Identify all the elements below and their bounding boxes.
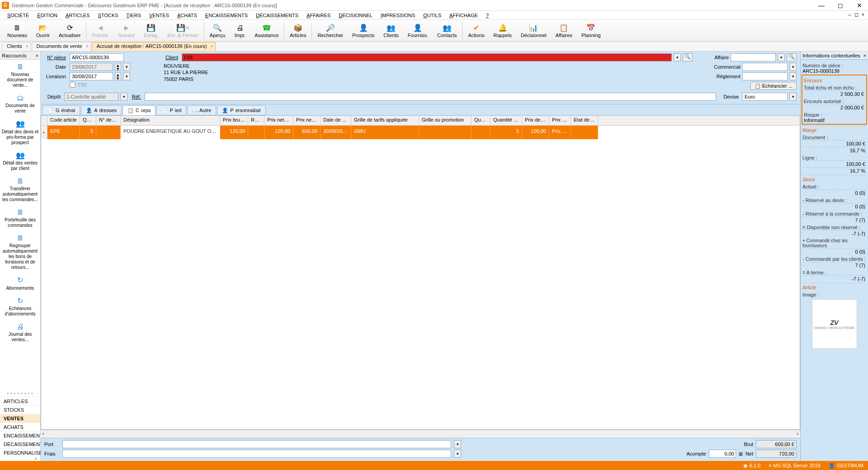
cell[interactable]: 5 [80,126,96,139]
cell[interactable]: 5 [491,126,522,139]
col-header[interactable]: N° de lot 1 [96,116,121,125]
date-input[interactable] [70,63,113,71]
frais-dropdown[interactable]: ▾ [454,450,461,458]
tb-rechercher[interactable]: 🔎Rechercher [313,23,348,39]
echeancier-button[interactable]: 📋 Échéancier ... [750,82,797,90]
category-ventes[interactable]: VENTES [0,414,40,423]
livraison-spinner[interactable]: ▴▾ [115,72,121,80]
acompte-input[interactable] [709,450,736,458]
date-spinner[interactable]: ▴▾ [115,63,121,71]
devise-dropdown[interactable]: ▾ [789,93,797,101]
ttc-checkbox[interactable] [70,82,75,88]
tb-enrfermer[interactable]: 💾×Enr. & Fermer [163,23,203,39]
maximize-button[interactable]: ◻ [834,2,847,9]
cell[interactable] [419,126,472,139]
category-encaissements[interactable]: ENCAISSEMENTS [0,431,40,440]
menu-tiers[interactable]: TIERS [123,12,145,19]
sidebar-close-icon[interactable]: × [36,53,38,58]
menu-encaissements[interactable]: ENCAISSEMENTS [202,12,251,19]
shortcut-item[interactable]: 🗎Transférer automatiquement les commande… [0,174,40,205]
category-articles[interactable]: ARTICLES [0,397,40,405]
client-field[interactable]: C01 [182,53,672,61]
cell[interactable]: EPE [47,126,80,139]
close-button[interactable]: ✕ [853,2,866,9]
npiece-input[interactable] [70,53,124,61]
menu-?[interactable]: ? [482,12,492,19]
shortcut-item[interactable]: 🖨Journal des ventes... [0,320,40,345]
cell[interactable]: 100,00 [522,126,549,139]
cell[interactable] [472,126,491,139]
category-décaissements[interactable]: DÉCAISSEMENTS [0,440,40,448]
menu-société[interactable]: SOCIÉTÉ [4,12,33,19]
depot-input[interactable] [64,93,118,101]
col-header[interactable]: Prix brut un... [220,116,248,125]
tb-fourniss[interactable]: 👤Fourniss. [403,23,433,39]
affaire-search-icon[interactable]: 🔍 [787,53,797,61]
col-header[interactable]: Quan... [472,116,491,125]
cell[interactable] [96,126,121,139]
col-header[interactable]: Etat de la c... [571,116,598,125]
grid-hscroll[interactable] [41,430,800,438]
date-dropdown[interactable]: ▾ [123,63,130,71]
subtab-autre[interactable]: ... Autre [187,105,216,115]
tab-close-icon[interactable]: × [26,44,28,49]
col-header[interactable]: Code article [47,116,80,125]
col-header[interactable]: Date de livrai... [321,116,351,125]
tb-enreg[interactable]: 💾Enreg. [139,23,163,39]
tb-nouveau[interactable]: 🗎Nouveau [3,23,32,39]
shortcut-item[interactable]: 🗎Portefeuille des commandes [0,205,40,231]
client-dropdown[interactable]: ▾ [674,53,681,61]
commercial-combo[interactable] [742,63,788,71]
tb-ouvrir[interactable]: 📂Ouvrir [32,23,54,39]
reglement-dropdown[interactable]: ▾ [789,72,797,80]
tb-prcd[interactable]: ◄Précéd. [87,23,113,39]
col-header[interactable]: Grille ou promotion [419,116,472,125]
menu-décaissements[interactable]: DÉCAISSEMENTS [252,12,302,19]
lines-grid[interactable]: Code articleQuan...N° de lot 1Désignatio… [41,115,800,430]
category-personnalisé[interactable]: PERSONNALISÉ [0,448,40,457]
port-combo[interactable] [62,440,451,448]
col-header[interactable]: Désignation [121,116,220,125]
acompte-calc-icon[interactable]: ⊞ [739,451,743,457]
col-header[interactable]: Grille de tarifs appliquée [351,116,419,125]
frais-combo[interactable] [62,450,451,458]
col-header[interactable]: Prix de re... [549,116,571,125]
cell[interactable]: 600,00 [293,126,321,139]
shortcut-item[interactable]: 👥Détail des devis et pro-forma par prosp… [0,117,40,148]
menu-stocks[interactable]: STOCKS [94,12,122,19]
tb-articles[interactable]: 📦Articles [285,23,311,39]
cell[interactable]: 30/08/2017 [321,126,351,139]
context-close-icon[interactable]: × [863,53,866,58]
tb-clients[interactable]: 👥Clients [379,23,403,39]
subtab-adresses[interactable]: 👤Adresses [81,105,122,115]
menu-outils[interactable]: OUTILS [420,12,445,19]
cell[interactable]: 120,00 [264,126,293,139]
livraison-dropdown[interactable]: ▾ [123,72,130,80]
tb-dcisionnel[interactable]: 📊Décisionnel [516,23,551,39]
tb-suivant[interactable]: ►Suivant [113,23,139,39]
mdi-controls[interactable]: – ◻ × [848,12,865,18]
menu-impressions[interactable]: IMPRESSIONS [377,12,419,19]
shortcut-item[interactable]: 🗂Documents de vente [0,91,40,117]
tb-prospects[interactable]: 👤Prospects [348,23,379,39]
affaire-combo[interactable] [731,53,776,61]
menu-ventes[interactable]: VENTES [146,12,173,19]
menu-décisionnel[interactable]: DÉCISIONNEL [335,12,376,19]
cell[interactable] [571,126,598,139]
doctab[interactable]: Clients× [2,42,31,51]
shortcut-item[interactable]: 🗎Nouveau document de vente... [0,60,40,91]
tb-actions[interactable]: ✔Actions [463,23,489,39]
reglement-combo[interactable] [742,72,788,80]
menu-édition[interactable]: ÉDITION [33,12,61,19]
tb-planning[interactable]: 📅Planning [577,23,605,39]
category-stocks[interactable]: STOCKS [0,405,40,414]
subtab-personnalis[interactable]: 👤Personnalisé [217,105,266,115]
subtab-pied[interactable]: 📄Pied [156,105,186,115]
col-header[interactable]: Prix net total [293,116,321,125]
subtab-gnral[interactable]: 📄Général [42,105,80,115]
tb-aperu[interactable]: 🔍Aperçu [205,23,230,39]
doctab[interactable]: Documents de vente× [32,42,91,51]
devise-input[interactable] [742,93,788,101]
shortcut-item[interactable]: 👥Détail des ventes par client [0,148,40,174]
cell[interactable]: 120,00 [220,126,248,139]
